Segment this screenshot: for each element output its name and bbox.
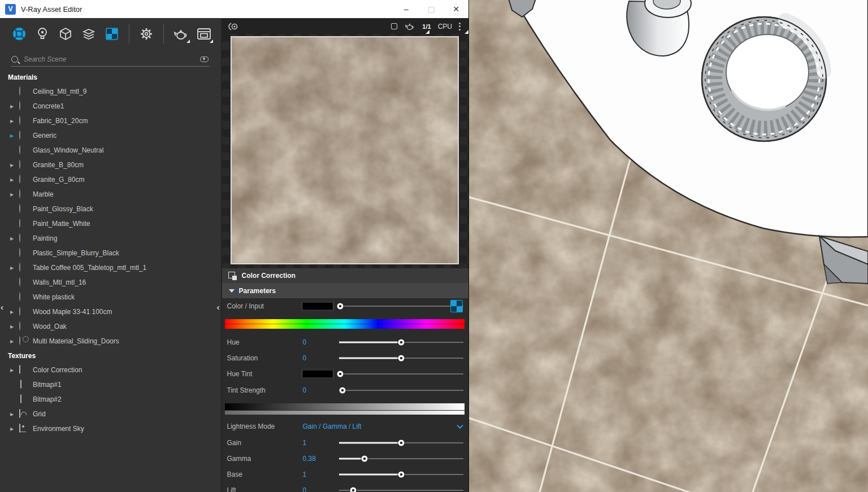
frame-buffer-dropdown-corner[interactable] (210, 40, 213, 43)
preview-teapot-icon[interactable] (404, 21, 415, 31)
base-value[interactable]: 1 (303, 471, 307, 478)
saturation-slider[interactable] (339, 350, 463, 366)
toolbar-divider (129, 24, 129, 43)
gamma-slider[interactable] (339, 451, 463, 467)
collapse-panel-left-chevron[interactable]: ‹ (1, 303, 3, 312)
expand-arrow-icon[interactable]: ▶ (10, 104, 17, 109)
texture-item[interactable]: ▶ Environment Sky (0, 421, 221, 436)
material-item[interactable]: ▶ Granite_B_80cm (0, 158, 221, 172)
screen: V V-Ray Asset Editor – ▢ ✕ (0, 0, 868, 492)
geometry-tab-icon[interactable] (58, 26, 73, 42)
lift-slider[interactable] (339, 482, 463, 492)
hue-spectrum-row (222, 314, 468, 334)
lift-value[interactable]: 0 (303, 486, 307, 492)
gain-slider[interactable] (339, 435, 463, 451)
expand-arrow-icon[interactable]: ▶ (10, 119, 17, 124)
texture-preview-image[interactable] (231, 36, 459, 264)
material-sphere-icon (19, 337, 28, 346)
material-item[interactable]: ▶ Ceiling_Mtl_mtl_9 (0, 84, 221, 99)
tint-strength-value[interactable]: 0 (303, 386, 307, 394)
material-item[interactable]: ▶ Painting (0, 231, 221, 246)
expand-arrow-icon[interactable]: ▶ (10, 412, 17, 417)
frame-dropdown-corner[interactable] (426, 30, 429, 34)
material-item[interactable]: ▶ Multi Material_Sliding_Doors (0, 334, 221, 349)
frame-buffer-button[interactable] (196, 26, 212, 42)
expand-arrow-icon[interactable]: ▶ (10, 177, 17, 182)
preview-shape-icon[interactable] (391, 23, 397, 29)
material-item-label: Concrete1 (33, 102, 64, 110)
settings-icon[interactable] (138, 26, 154, 42)
sketchup-viewport[interactable] (469, 0, 868, 492)
material-item[interactable]: ▶ Glass_Window_Neutral (0, 143, 221, 158)
collapse-panel-right-chevron[interactable]: ‹ (217, 303, 220, 312)
material-item[interactable]: ▶ Plastic_Simple_Blurry_Black (0, 246, 221, 260)
frame-count-dropdown[interactable]: 1/1 (422, 23, 431, 30)
parameters-section-header[interactable]: Parameters (222, 283, 468, 298)
minimize-button[interactable]: – (394, 0, 419, 18)
saturation-value[interactable]: 0 (303, 354, 307, 362)
texture-type-icon (19, 380, 28, 389)
editor-node-header: Color Correction (222, 268, 468, 283)
render-button[interactable] (173, 26, 189, 42)
gain-value[interactable]: 1 (303, 439, 307, 447)
base-slider[interactable] (339, 467, 463, 482)
expand-arrow-icon[interactable]: ▶ (10, 133, 17, 138)
expand-arrow-icon[interactable]: ▶ (10, 192, 17, 197)
material-item[interactable]: ▶ Marble (0, 187, 221, 202)
panel-corner-handle[interactable] (465, 30, 468, 34)
material-item-label: Wood_Oak (33, 323, 67, 330)
color-input-swatch[interactable] (302, 302, 333, 311)
expand-arrow-icon[interactable]: ▶ (10, 324, 17, 329)
expand-arrow-icon[interactable]: ▶ (10, 339, 17, 344)
hue-label: Hue (227, 338, 240, 346)
render-dropdown-corner[interactable] (186, 40, 190, 43)
kebab-menu-icon[interactable] (459, 23, 461, 31)
hue-value[interactable]: 0 (303, 338, 307, 346)
material-item[interactable]: ▶ Concrete1 (0, 99, 221, 114)
materials-tab-icon[interactable] (11, 26, 27, 42)
material-item[interactable]: ▶ Wood_Oak (0, 319, 221, 334)
hue-spectrum-bar[interactable] (225, 319, 465, 329)
expand-arrow-icon[interactable]: ▶ (10, 310, 17, 315)
hue-slider[interactable] (339, 334, 463, 350)
hue-tint-swatch[interactable] (302, 370, 333, 378)
expand-arrow-icon[interactable]: ▶ (10, 368, 17, 373)
expand-arrow-icon[interactable]: ▶ (10, 236, 17, 241)
color-input-slider[interactable] (339, 298, 463, 314)
expand-arrow-icon[interactable]: ▶ (10, 426, 17, 432)
lights-tab-icon[interactable] (34, 26, 50, 42)
hue-tint-slider[interactable] (339, 366, 463, 382)
texture-item[interactable]: ▶ Bitmap#2 (0, 392, 221, 407)
render-elements-tab-icon[interactable] (81, 26, 97, 42)
expand-arrow-icon[interactable]: ▶ (10, 163, 17, 168)
tint-strength-slider[interactable] (339, 382, 463, 399)
material-item[interactable]: ▶ Table Coffee 005_Tabletop_mtl_mtl_1 (0, 260, 221, 275)
material-item[interactable]: ▶ Fabric_B01_20cm (0, 114, 221, 128)
texture-preview-area (222, 34, 468, 268)
maximize-button[interactable]: ▢ (419, 0, 444, 18)
close-button[interactable]: ✕ (444, 0, 468, 18)
render-device-label[interactable]: CPU (438, 23, 452, 31)
material-item[interactable]: ▶ Granite_G_80cm (0, 172, 221, 187)
material-item[interactable]: ▶ Paint_Glossy_Black (0, 202, 221, 216)
texture-item[interactable]: ▶ Bitmap#1 (0, 377, 221, 392)
material-item[interactable]: ▶ White plastick (0, 290, 221, 304)
texture-item[interactable]: ▶ Color Correction (0, 363, 221, 377)
lightness-gradient-bar[interactable] (225, 403, 465, 410)
lightness-mode-value[interactable]: Gain / Gamma / Lift (303, 423, 362, 430)
search-input[interactable] (23, 55, 200, 64)
texture-item[interactable]: ▶ Grid (0, 407, 221, 421)
material-item[interactable]: ▶ Wood Maple 33-41 100cm (0, 304, 221, 319)
material-item[interactable]: ▶ Generic (0, 128, 221, 143)
titlebar[interactable]: V V-Ray Asset Editor – ▢ ✕ (0, 0, 468, 19)
visibility-filter-icon[interactable] (200, 56, 209, 62)
lightness-mode-dropdown-chevron[interactable] (457, 423, 463, 429)
expand-arrow-icon[interactable]: ▶ (10, 265, 17, 271)
textures-tab-icon[interactable] (104, 26, 120, 42)
parameters-section-title: Parameters (239, 287, 276, 295)
preview-rotate-icon[interactable] (228, 22, 240, 31)
texture-slot-button[interactable] (450, 300, 463, 312)
material-item[interactable]: ▶ Paint_Matte_White (0, 216, 221, 231)
gamma-value[interactable]: 0.38 (303, 455, 316, 463)
material-item[interactable]: ▶ Walls_Mtl_mtl_16 (0, 275, 221, 290)
